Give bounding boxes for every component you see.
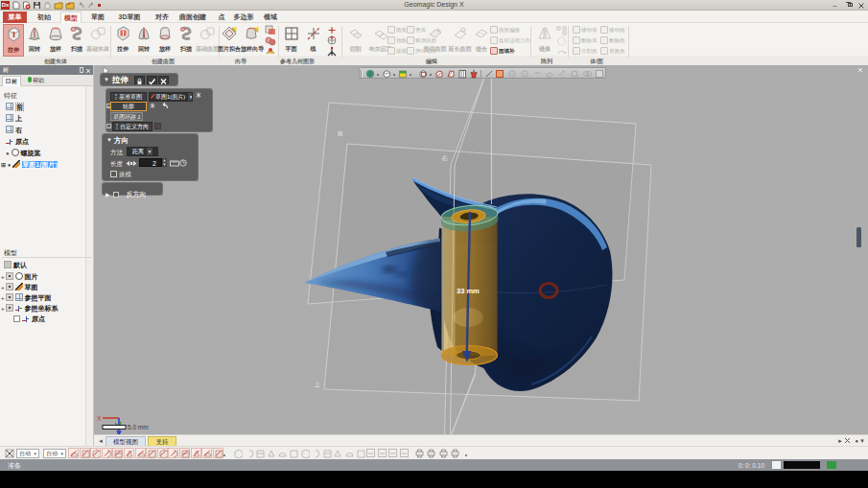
svg-text:X: X bbox=[97, 415, 102, 422]
svg-text:33 mm: 33 mm bbox=[457, 287, 480, 295]
svg-text:右: 右 bbox=[441, 154, 448, 162]
svg-text:上: 上 bbox=[314, 382, 320, 387]
svg-text:前: 前 bbox=[337, 130, 343, 136]
svg-text:5.0 mm: 5.0 mm bbox=[128, 424, 149, 430]
